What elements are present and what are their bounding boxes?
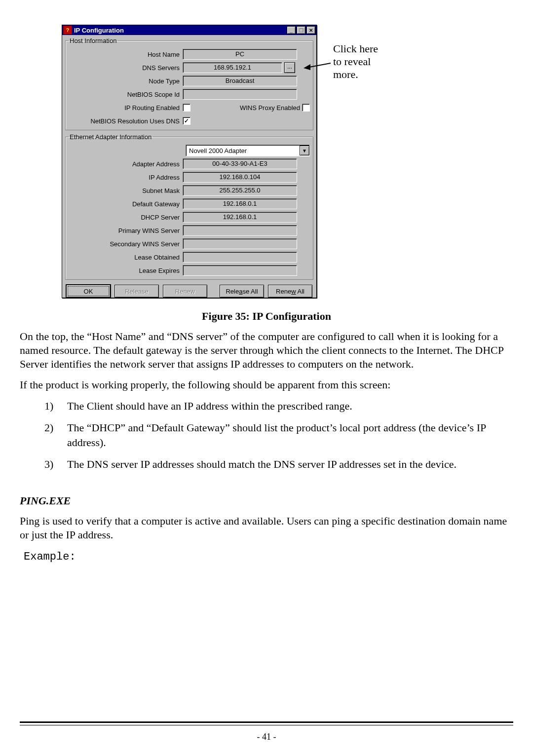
renew-all-button[interactable]: Renew All	[268, 285, 312, 298]
ip-address-row: IP Address 192.168.0.104	[69, 171, 310, 184]
dns-servers-label: DNS Servers	[69, 64, 183, 72]
netbios-dns-checkbox[interactable]	[183, 117, 190, 125]
ip-address-value: 192.168.0.104	[183, 172, 297, 183]
lease-obtained-row: Lease Obtained	[69, 251, 310, 264]
subnet-mask-row: Subnet Mask 255.255.255.0	[69, 184, 310, 197]
renew-button[interactable]: Renew	[163, 285, 207, 298]
lease-obtained-label: Lease Obtained	[69, 254, 183, 261]
system-menu-icon[interactable]: ?	[63, 26, 72, 35]
annotation-line2: to reveal	[333, 55, 378, 68]
ok-button[interactable]: OK	[66, 285, 111, 298]
ip-routing-checkbox[interactable]	[183, 104, 190, 112]
list-number: 2)	[44, 420, 67, 450]
release-button[interactable]: Release	[114, 285, 159, 298]
host-name-label: Host Name	[69, 51, 183, 58]
secondary-wins-value	[183, 238, 297, 249]
node-type-value: Broadcast	[183, 76, 297, 86]
ip-address-label: IP Address	[69, 174, 183, 181]
maximize-button: ❐	[297, 26, 305, 34]
primary-wins-label: Primary WINS Server	[69, 227, 183, 234]
list-item: 1) The Client should have an IP address …	[44, 399, 513, 414]
figure: ? IP Configuration _ ❐ ✕ Host Informatio…	[62, 25, 471, 306]
lease-expires-value	[183, 265, 297, 276]
annotation-line1: Click here	[333, 42, 378, 55]
default-gateway-label: Default Gateway	[69, 200, 183, 208]
dhcp-server-label: DHCP Server	[69, 214, 183, 221]
example-label: Example:	[24, 551, 513, 563]
ip-routing-label: IP Routing Enabled	[69, 104, 183, 112]
ping-heading: PING.EXE	[20, 494, 513, 507]
window-title: IP Configuration	[74, 27, 286, 34]
titlebar[interactable]: ? IP Configuration _ ❐ ✕	[62, 25, 316, 35]
adapter-combo-row: Novell 2000 Adapter ▼	[69, 144, 310, 157]
dhcp-server-value: 192.168.0.1	[183, 212, 297, 223]
annotation-text: Click here to reveal more.	[333, 42, 378, 81]
adapter-combo[interactable]: Novell 2000 Adapter ▼	[186, 145, 310, 156]
node-type-row: Node Type Broadcast	[69, 75, 310, 87]
host-name-value: PC	[183, 49, 297, 60]
ping-paragraph: Ping is used to verify that a computer i…	[20, 514, 513, 542]
adapter-combo-value: Novell 2000 Adapter	[186, 147, 300, 154]
list-number: 3)	[44, 457, 67, 472]
window-client: Host Information Host Name PC DNS Server…	[62, 35, 316, 301]
minimize-button[interactable]: _	[287, 26, 296, 34]
list-item: 3) The DNS server IP addresses should ma…	[44, 457, 513, 472]
chevron-down-icon[interactable]: ▼	[300, 146, 309, 155]
list-number: 1)	[44, 399, 67, 414]
paragraph-1: On the top, the “Host Name” and “DNS ser…	[20, 330, 513, 371]
secondary-wins-row: Secondary WINS Server	[69, 237, 310, 250]
dns-servers-row: DNS Servers 168.95.192.1 ...	[69, 61, 310, 74]
adapter-information-legend: Ethernet Adapter Information	[69, 133, 152, 141]
list-item: 2) The “DHCP” and “Default Gateway” shou…	[44, 420, 513, 450]
paragraph-2: If the product is working properly, the …	[20, 378, 513, 392]
list-text: The DNS server IP addresses should match…	[67, 457, 513, 472]
node-type-label: Node Type	[69, 77, 183, 85]
host-name-row: Host Name PC	[69, 48, 310, 61]
default-gateway-value: 192.168.0.1	[183, 198, 297, 209]
close-button[interactable]: ✕	[306, 26, 315, 34]
wins-proxy-checkbox[interactable]	[302, 104, 310, 112]
subnet-mask-value: 255.255.255.0	[183, 185, 297, 196]
adapter-address-label: Adapter Address	[69, 160, 183, 168]
netbios-scope-value	[183, 89, 297, 100]
primary-wins-row: Primary WINS Server	[69, 224, 310, 237]
button-bar: OK Release Renew Release All Renew All	[65, 283, 313, 298]
netbios-dns-label: NetBIOS Resolution Uses DNS	[69, 117, 183, 125]
netbios-scope-row: NetBIOS Scope Id	[69, 88, 310, 101]
svg-line-0	[309, 63, 331, 67]
host-information-legend: Host Information	[69, 37, 117, 44]
subnet-mask-label: Subnet Mask	[69, 187, 183, 194]
ip-routing-row: IP Routing Enabled WINS Proxy Enabled	[69, 101, 310, 114]
dhcp-server-row: DHCP Server 192.168.0.1	[69, 211, 310, 224]
adapter-address-value: 00-40-33-90-A1-E3	[183, 158, 297, 169]
lease-expires-label: Lease Expires	[69, 267, 183, 274]
adapter-address-row: Adapter Address 00-40-33-90-A1-E3	[69, 157, 310, 170]
annotation-line3: more.	[333, 68, 378, 81]
secondary-wins-label: Secondary WINS Server	[69, 240, 183, 248]
list-text: The “DHCP” and “Default Gateway” should …	[67, 420, 513, 450]
svg-marker-1	[304, 64, 310, 70]
lease-expires-row: Lease Expires	[69, 264, 310, 277]
release-all-button[interactable]: Release All	[220, 285, 264, 298]
wins-proxy-label: WINS Proxy Enabled	[190, 104, 302, 112]
adapter-information-group: Ethernet Adapter Information Novell 2000…	[65, 133, 313, 280]
footer-rule	[20, 721, 513, 725]
lease-obtained-value	[183, 252, 297, 263]
figure-caption: Figure 35: IP Configuration	[20, 310, 513, 323]
dns-more-button[interactable]: ...	[284, 62, 295, 73]
ipconfig-window: ? IP Configuration _ ❐ ✕ Host Informatio…	[62, 25, 317, 298]
host-information-group: Host Information Host Name PC DNS Server…	[65, 37, 313, 130]
dns-servers-value: 168.95.192.1	[183, 62, 282, 73]
ordered-list: 1) The Client should have an IP address …	[44, 399, 513, 472]
netbios-dns-row: NetBIOS Resolution Uses DNS	[69, 114, 310, 127]
primary-wins-value	[183, 225, 297, 236]
netbios-scope-label: NetBIOS Scope Id	[69, 91, 183, 98]
list-text: The Client should have an IP address wit…	[67, 399, 513, 414]
arrow-annotation-icon	[304, 60, 331, 70]
page-number: - 41 -	[0, 732, 533, 742]
default-gateway-row: Default Gateway 192.168.0.1	[69, 197, 310, 210]
